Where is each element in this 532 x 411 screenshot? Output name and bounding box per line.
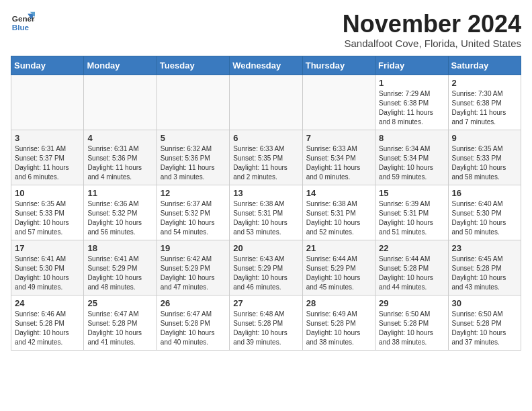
calendar-day-23: 23Sunrise: 6:45 AM Sunset: 5:28 PM Dayli… [448, 240, 521, 295]
day-number: 24 [15, 298, 80, 308]
day-number: 10 [15, 188, 80, 198]
day-info: Sunrise: 6:38 AM Sunset: 5:31 PM Dayligh… [306, 199, 371, 237]
calendar-day-21: 21Sunrise: 6:44 AM Sunset: 5:29 PM Dayli… [302, 240, 375, 295]
day-number: 13 [233, 188, 298, 198]
svg-text:Blue: Blue [12, 23, 30, 32]
calendar-day-9: 9Sunrise: 6:35 AM Sunset: 5:33 PM Daylig… [448, 130, 521, 185]
day-info: Sunrise: 6:40 AM Sunset: 5:30 PM Dayligh… [452, 199, 517, 237]
day-number: 22 [379, 243, 444, 253]
logo-icon: General Blue [11, 11, 35, 35]
day-info: Sunrise: 6:31 AM Sunset: 5:37 PM Dayligh… [15, 144, 80, 182]
title-block: November 2024 Sandalfoot Cove, Florida, … [343, 11, 521, 49]
header-thursday: Thursday [302, 56, 375, 75]
calendar-day-16: 16Sunrise: 6:40 AM Sunset: 5:30 PM Dayli… [448, 185, 521, 240]
day-number: 3 [15, 133, 80, 143]
day-number: 14 [306, 188, 371, 198]
day-number: 4 [87, 133, 152, 143]
calendar-header-row: SundayMondayTuesdayWednesdayThursdayFrid… [11, 56, 521, 75]
calendar-day-12: 12Sunrise: 6:37 AM Sunset: 5:32 PM Dayli… [157, 185, 229, 240]
day-number: 18 [87, 243, 152, 253]
day-number: 21 [306, 243, 371, 253]
calendar-day-6: 6Sunrise: 6:33 AM Sunset: 5:35 PM Daylig… [230, 130, 302, 185]
calendar-day-14: 14Sunrise: 6:38 AM Sunset: 5:31 PM Dayli… [302, 185, 375, 240]
day-number: 8 [379, 133, 444, 143]
calendar-day-10: 10Sunrise: 6:35 AM Sunset: 5:33 PM Dayli… [11, 185, 84, 240]
calendar-day-empty [230, 75, 302, 130]
day-info: Sunrise: 6:48 AM Sunset: 5:28 PM Dayligh… [233, 310, 298, 347]
day-info: Sunrise: 7:29 AM Sunset: 6:38 PM Dayligh… [379, 89, 444, 127]
calendar-day-1: 1Sunrise: 7:29 AM Sunset: 6:38 PM Daylig… [375, 75, 448, 130]
day-number: 16 [452, 188, 517, 198]
calendar-week-3: 10Sunrise: 6:35 AM Sunset: 5:33 PM Dayli… [11, 185, 521, 240]
header-sunday: Sunday [11, 56, 84, 75]
calendar-day-7: 7Sunrise: 6:33 AM Sunset: 5:34 PM Daylig… [302, 130, 375, 185]
calendar-day-8: 8Sunrise: 6:34 AM Sunset: 5:34 PM Daylig… [375, 130, 448, 185]
calendar-day-15: 15Sunrise: 6:39 AM Sunset: 5:31 PM Dayli… [375, 185, 448, 240]
day-info: Sunrise: 7:30 AM Sunset: 6:38 PM Dayligh… [452, 89, 517, 127]
calendar-day-27: 27Sunrise: 6:48 AM Sunset: 5:28 PM Dayli… [230, 295, 302, 350]
day-info: Sunrise: 6:36 AM Sunset: 5:32 PM Dayligh… [87, 199, 152, 237]
day-number: 15 [379, 188, 444, 198]
day-info: Sunrise: 6:47 AM Sunset: 5:28 PM Dayligh… [161, 310, 226, 347]
day-info: Sunrise: 6:45 AM Sunset: 5:28 PM Dayligh… [452, 255, 517, 292]
day-info: Sunrise: 6:34 AM Sunset: 5:34 PM Dayligh… [379, 144, 444, 182]
day-info: Sunrise: 6:44 AM Sunset: 5:29 PM Dayligh… [306, 255, 371, 292]
day-number: 30 [452, 298, 517, 308]
calendar-day-13: 13Sunrise: 6:38 AM Sunset: 5:31 PM Dayli… [230, 185, 302, 240]
calendar-day-empty [157, 75, 229, 130]
day-number: 5 [161, 133, 226, 143]
day-info: Sunrise: 6:43 AM Sunset: 5:29 PM Dayligh… [233, 255, 298, 292]
month-title: November 2024 [343, 11, 521, 38]
calendar-day-empty [11, 75, 84, 130]
day-number: 7 [306, 133, 371, 143]
day-info: Sunrise: 6:31 AM Sunset: 5:36 PM Dayligh… [87, 144, 152, 182]
day-info: Sunrise: 6:33 AM Sunset: 5:35 PM Dayligh… [233, 144, 298, 182]
calendar-day-28: 28Sunrise: 6:49 AM Sunset: 5:28 PM Dayli… [302, 295, 375, 350]
day-info: Sunrise: 6:41 AM Sunset: 5:29 PM Dayligh… [87, 255, 152, 292]
day-number: 11 [87, 188, 152, 198]
calendar-day-19: 19Sunrise: 6:42 AM Sunset: 5:29 PM Dayli… [157, 240, 229, 295]
header-friday: Friday [375, 56, 448, 75]
calendar-week-4: 17Sunrise: 6:41 AM Sunset: 5:30 PM Dayli… [11, 240, 521, 295]
day-number: 17 [15, 243, 80, 253]
day-number: 29 [379, 298, 444, 308]
day-info: Sunrise: 6:33 AM Sunset: 5:34 PM Dayligh… [306, 144, 371, 182]
day-info: Sunrise: 6:41 AM Sunset: 5:30 PM Dayligh… [15, 255, 80, 292]
day-info: Sunrise: 6:39 AM Sunset: 5:31 PM Dayligh… [379, 199, 444, 237]
header-tuesday: Tuesday [157, 56, 229, 75]
calendar-day-empty [302, 75, 375, 130]
day-info: Sunrise: 6:37 AM Sunset: 5:32 PM Dayligh… [161, 199, 226, 237]
day-number: 27 [233, 298, 298, 308]
calendar-day-18: 18Sunrise: 6:41 AM Sunset: 5:29 PM Dayli… [84, 240, 157, 295]
day-info: Sunrise: 6:44 AM Sunset: 5:28 PM Dayligh… [379, 255, 444, 292]
page-header: General Blue November 2024 Sandalfoot Co… [11, 11, 521, 49]
day-number: 19 [161, 243, 226, 253]
calendar-day-5: 5Sunrise: 6:32 AM Sunset: 5:36 PM Daylig… [157, 130, 229, 185]
calendar-day-11: 11Sunrise: 6:36 AM Sunset: 5:32 PM Dayli… [84, 185, 157, 240]
header-monday: Monday [84, 56, 157, 75]
day-info: Sunrise: 6:49 AM Sunset: 5:28 PM Dayligh… [306, 310, 371, 347]
calendar-day-2: 2Sunrise: 7:30 AM Sunset: 6:38 PM Daylig… [448, 75, 521, 130]
day-info: Sunrise: 6:42 AM Sunset: 5:29 PM Dayligh… [161, 255, 226, 292]
day-number: 20 [233, 243, 298, 253]
day-number: 23 [452, 243, 517, 253]
day-number: 2 [452, 78, 517, 88]
calendar-day-30: 30Sunrise: 6:50 AM Sunset: 5:28 PM Dayli… [448, 295, 521, 350]
calendar-day-24: 24Sunrise: 6:46 AM Sunset: 5:28 PM Dayli… [11, 295, 84, 350]
calendar-day-22: 22Sunrise: 6:44 AM Sunset: 5:28 PM Dayli… [375, 240, 448, 295]
location-subtitle: Sandalfoot Cove, Florida, United States [343, 38, 521, 49]
header-saturday: Saturday [448, 56, 521, 75]
calendar-day-17: 17Sunrise: 6:41 AM Sunset: 5:30 PM Dayli… [11, 240, 84, 295]
day-number: 1 [379, 78, 444, 88]
calendar-day-26: 26Sunrise: 6:47 AM Sunset: 5:28 PM Dayli… [157, 295, 229, 350]
day-number: 25 [87, 298, 152, 308]
day-info: Sunrise: 6:32 AM Sunset: 5:36 PM Dayligh… [161, 144, 226, 182]
calendar-day-3: 3Sunrise: 6:31 AM Sunset: 5:37 PM Daylig… [11, 130, 84, 185]
day-info: Sunrise: 6:50 AM Sunset: 5:28 PM Dayligh… [452, 310, 517, 347]
day-info: Sunrise: 6:35 AM Sunset: 5:33 PM Dayligh… [15, 199, 80, 237]
day-info: Sunrise: 6:35 AM Sunset: 5:33 PM Dayligh… [452, 144, 517, 182]
day-number: 12 [161, 188, 226, 198]
day-number: 28 [306, 298, 371, 308]
calendar-week-2: 3Sunrise: 6:31 AM Sunset: 5:37 PM Daylig… [11, 130, 521, 185]
calendar-day-25: 25Sunrise: 6:47 AM Sunset: 5:28 PM Dayli… [84, 295, 157, 350]
